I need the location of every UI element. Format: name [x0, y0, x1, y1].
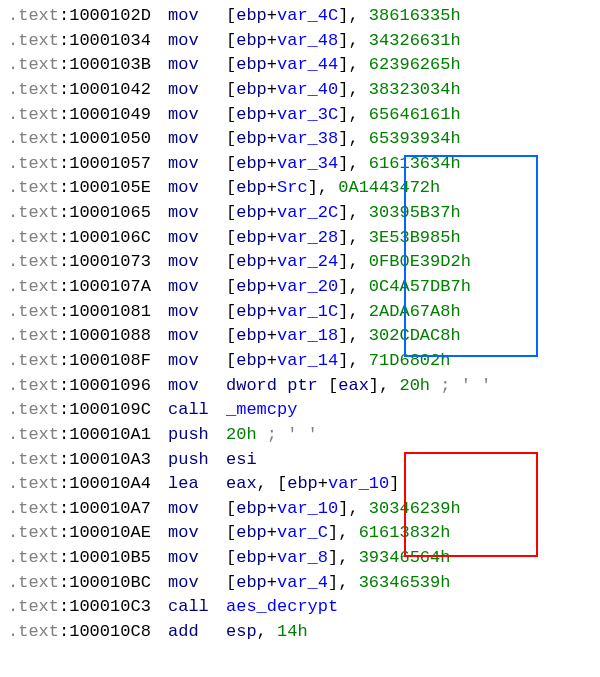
operands: [ebp+var_2C], 30395B37h — [226, 201, 461, 226]
operand-imm: 0FB0E39D2h — [369, 252, 471, 271]
segment-name: .text — [8, 178, 59, 197]
operand-imm: 38616335h — [369, 6, 461, 25]
mnemonic: mov — [168, 302, 199, 321]
asm-line: .text:10001081mov[ebp+var_1C], 2ADA67A8h — [8, 300, 592, 325]
operand-imm: 36346539h — [359, 573, 451, 592]
mnemonic: push — [168, 450, 209, 469]
mnemonic: mov — [168, 55, 199, 74]
operand-mem: var_40 — [277, 80, 338, 99]
mnemonic: call — [168, 597, 209, 616]
asm-line: .text:10001088mov[ebp+var_18], 302CDAC8h — [8, 324, 592, 349]
address: 1000105E — [69, 178, 151, 197]
segment-name: .text — [8, 302, 59, 321]
address: 100010AE — [69, 523, 151, 542]
operands: 20h ; ' ' — [226, 423, 318, 448]
asm-line: .text:1000109Ccall_memcpy — [8, 398, 592, 423]
mnemonic: mov — [168, 252, 199, 271]
operands: [ebp+var_40], 38323034h — [226, 78, 461, 103]
operand-imm: 62396265h — [369, 55, 461, 74]
segment-name: .text — [8, 105, 59, 124]
mnemonic: mov — [168, 548, 199, 567]
asm-line: .text:100010A3pushesi — [8, 448, 592, 473]
operands: [ebp+var_38], 65393934h — [226, 127, 461, 152]
mnemonic: add — [168, 622, 199, 641]
call-target: _memcpy — [226, 400, 297, 419]
disassembly-listing: .text:1000102Dmov[ebp+var_4C], 38616335h… — [8, 4, 592, 645]
mnemonic: mov — [168, 228, 199, 247]
asm-line: .text:100010C8addesp, 14h — [8, 620, 592, 645]
operands: [ebp+var_28], 3E53B985h — [226, 226, 461, 251]
segment-name: .text — [8, 573, 59, 592]
operands: [ebp+var_18], 302CDAC8h — [226, 324, 461, 349]
operand-imm: 30395B37h — [369, 203, 461, 222]
asm-line: .text:1000103Bmov[ebp+var_44], 62396265h — [8, 53, 592, 78]
operand-mem: var_14 — [277, 351, 338, 370]
operands: [ebp+var_4], 36346539h — [226, 571, 450, 596]
mnemonic: mov — [168, 154, 199, 173]
operand-mem: var_10 — [277, 499, 338, 518]
asm-line: .text:1000106Cmov[ebp+var_28], 3E53B985h — [8, 226, 592, 251]
address: 100010B5 — [69, 548, 151, 567]
address: 1000106C — [69, 228, 151, 247]
operands: esp, 14h — [226, 620, 308, 645]
asm-line: .text:100010B5mov[ebp+var_8], 39346564h — [8, 546, 592, 571]
operand-mem: var_24 — [277, 252, 338, 271]
segment-name: .text — [8, 450, 59, 469]
asm-line: .text:10001042mov[ebp+var_40], 38323034h — [8, 78, 592, 103]
operand-imm: 65646161h — [369, 105, 461, 124]
address: 10001065 — [69, 203, 151, 222]
address: 10001057 — [69, 154, 151, 173]
segment-name: .text — [8, 129, 59, 148]
operand-imm: 61613832h — [359, 523, 451, 542]
address: 100010A3 — [69, 450, 151, 469]
asm-line: .text:10001034mov[ebp+var_48], 34326631h — [8, 29, 592, 54]
address: 100010A1 — [69, 425, 151, 444]
mnemonic: mov — [168, 105, 199, 124]
operands: [ebp+var_4C], 38616335h — [226, 4, 461, 29]
operand-reg: eax — [226, 474, 257, 493]
operand-imm: 30346239h — [369, 499, 461, 518]
comment: ; ' ' — [267, 425, 318, 444]
operands: aes_decrypt — [226, 595, 338, 620]
operand-imm: 302CDAC8h — [369, 326, 461, 345]
asm-line: .text:10001065mov[ebp+var_2C], 30395B37h — [8, 201, 592, 226]
address: 100010A4 — [69, 474, 151, 493]
operand-imm: 2ADA67A8h — [369, 302, 461, 321]
mnemonic: mov — [168, 80, 199, 99]
address: 10001096 — [69, 376, 151, 395]
mnemonic: mov — [168, 326, 199, 345]
operands: [ebp+var_14], 71D6802h — [226, 349, 450, 374]
segment-name: .text — [8, 523, 59, 542]
operand-imm: 34326631h — [369, 31, 461, 50]
segment-name: .text — [8, 376, 59, 395]
segment-name: .text — [8, 548, 59, 567]
segment-name: .text — [8, 474, 59, 493]
operand-mem: var_3C — [277, 105, 338, 124]
address: 10001088 — [69, 326, 151, 345]
asm-line: .text:10001057mov[ebp+var_34], 61613634h — [8, 152, 592, 177]
asm-line: .text:100010A7mov[ebp+var_10], 30346239h — [8, 497, 592, 522]
address: 1000103B — [69, 55, 151, 74]
segment-name: .text — [8, 277, 59, 296]
mnemonic: mov — [168, 129, 199, 148]
mnemonic: mov — [168, 31, 199, 50]
address: 1000108F — [69, 351, 151, 370]
address: 100010BC — [69, 573, 151, 592]
address: 100010A7 — [69, 499, 151, 518]
mnemonic: push — [168, 425, 209, 444]
operand-mem: var_8 — [277, 548, 328, 567]
mnemonic: call — [168, 400, 209, 419]
segment-name: .text — [8, 400, 59, 419]
operand-reg: esp — [226, 622, 257, 641]
mnemonic: mov — [168, 376, 199, 395]
operand-mem: var_44 — [277, 55, 338, 74]
segment-name: .text — [8, 252, 59, 271]
operand-mem: var_C — [277, 523, 328, 542]
asm-line: .text:10001049mov[ebp+var_3C], 65646161h — [8, 103, 592, 128]
operand-imm: 20h — [399, 376, 430, 395]
mnemonic: mov — [168, 573, 199, 592]
operands: [ebp+var_C], 61613832h — [226, 521, 450, 546]
comment: ; ' ' — [440, 376, 491, 395]
asm-line: .text:1000107Amov[ebp+var_20], 0C4A57DB7… — [8, 275, 592, 300]
operands: [ebp+var_8], 39346564h — [226, 546, 450, 571]
